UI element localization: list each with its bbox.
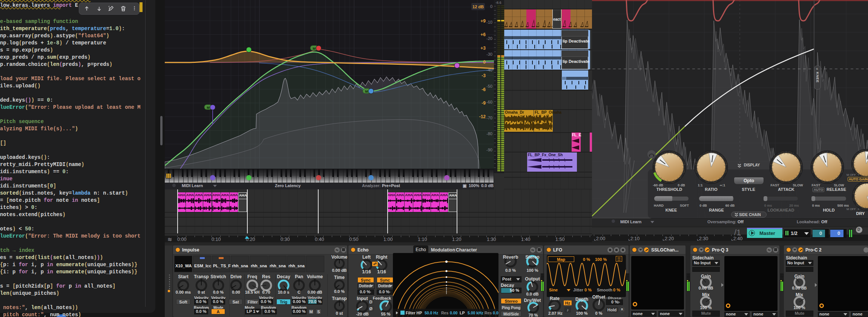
svg-text:-80: -80 <box>486 131 492 136</box>
svg-text:+3: +3 <box>480 46 486 51</box>
svg-text:M: M <box>365 90 368 93</box>
svg-text:-40: -40 <box>486 68 492 72</box>
svg-text:-30: -30 <box>486 52 492 56</box>
svg-text:-12: -12 <box>479 114 486 119</box>
svg-text:0: 0 <box>483 59 486 65</box>
svg-text:+9: +9 <box>480 18 486 24</box>
svg-text:0: 0 <box>490 4 492 9</box>
svg-text:-9: -9 <box>482 101 486 106</box>
svg-text:-6: -6 <box>482 87 486 92</box>
svg-text:-20: -20 <box>486 36 492 41</box>
svg-text:12 dB: 12 dB <box>472 5 484 9</box>
svg-text:+6: +6 <box>480 32 486 37</box>
svg-text:-70: -70 <box>486 116 492 120</box>
svg-text:M: M <box>207 106 210 110</box>
svg-text:M: M <box>313 47 316 50</box>
svg-text:-3: -3 <box>482 73 486 78</box>
svg-text:-10: -10 <box>486 20 492 24</box>
svg-text:-50: -50 <box>486 84 492 88</box>
svg-text:-60: -60 <box>486 100 492 104</box>
svg-text:-90: -90 <box>486 148 492 152</box>
